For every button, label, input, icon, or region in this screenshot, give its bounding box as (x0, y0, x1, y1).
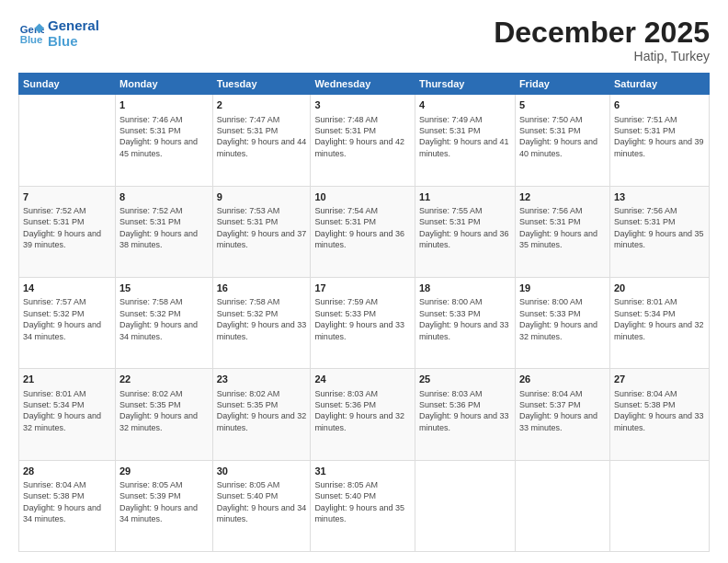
sunset-text: Sunset: 5:31 PM (217, 216, 307, 227)
sunrise-text: Sunrise: 8:05 AM (217, 479, 307, 490)
day-number: 1 (119, 98, 209, 112)
calendar-cell: 8Sunrise: 7:52 AMSunset: 5:31 PMDaylight… (116, 186, 213, 277)
calendar-cell: 1Sunrise: 7:46 AMSunset: 5:31 PMDaylight… (116, 95, 213, 186)
day-number: 21 (23, 373, 111, 386)
day-number: 12 (519, 190, 606, 204)
sunrise-text: Sunrise: 8:04 AM (614, 388, 705, 399)
sunset-text: Sunset: 5:38 PM (23, 490, 111, 501)
sunrise-text: Sunrise: 8:03 AM (419, 388, 511, 399)
calendar-table: SundayMondayTuesdayWednesdayThursdayFrid… (18, 73, 710, 552)
calendar-cell (415, 460, 515, 551)
calendar-cell: 7Sunrise: 7:52 AMSunset: 5:31 PMDaylight… (19, 186, 116, 277)
daylight-text: Daylight: 9 hours and 34 minutes. (119, 502, 209, 525)
daylight-text: Daylight: 9 hours and 32 minutes. (314, 410, 411, 433)
sunset-text: Sunset: 5:33 PM (314, 308, 411, 319)
daylight-text: Daylight: 9 hours and 42 minutes. (314, 136, 411, 159)
calendar-header-row: SundayMondayTuesdayWednesdayThursdayFrid… (19, 74, 710, 95)
day-number: 2 (217, 98, 307, 112)
sunset-text: Sunset: 5:31 PM (119, 216, 209, 227)
day-number: 13 (614, 190, 705, 204)
daylight-text: Daylight: 9 hours and 45 minutes. (119, 136, 209, 159)
day-number: 11 (419, 190, 511, 204)
calendar-title: December 2025 (494, 17, 710, 49)
daylight-text: Daylight: 9 hours and 33 minutes. (614, 410, 705, 433)
sunset-text: Sunset: 5:31 PM (519, 125, 606, 136)
calendar-week-1: 1Sunrise: 7:46 AMSunset: 5:31 PMDaylight… (19, 95, 710, 186)
day-number: 14 (23, 282, 111, 295)
daylight-text: Daylight: 9 hours and 34 minutes. (23, 502, 111, 525)
sunset-text: Sunset: 5:31 PM (519, 216, 606, 227)
sunset-text: Sunset: 5:33 PM (519, 308, 606, 319)
daylight-text: Daylight: 9 hours and 36 minutes. (314, 228, 411, 251)
logo-general: General (48, 18, 99, 34)
daylight-text: Daylight: 9 hours and 39 minutes. (614, 136, 705, 159)
daylight-text: Daylight: 9 hours and 33 minutes. (419, 410, 511, 433)
day-number: 28 (23, 465, 111, 478)
logo-icon: General Blue (18, 20, 44, 46)
calendar-cell: 17Sunrise: 7:59 AMSunset: 5:33 PMDayligh… (311, 277, 415, 368)
calendar-cell: 5Sunrise: 7:50 AMSunset: 5:31 PMDaylight… (515, 95, 609, 186)
calendar-cell: 14Sunrise: 7:57 AMSunset: 5:32 PMDayligh… (19, 277, 116, 368)
calendar-cell: 18Sunrise: 8:00 AMSunset: 5:33 PMDayligh… (415, 277, 515, 368)
daylight-text: Daylight: 9 hours and 32 minutes. (217, 410, 307, 433)
daylight-text: Daylight: 9 hours and 35 minutes. (614, 228, 705, 251)
sunset-text: Sunset: 5:31 PM (419, 216, 511, 227)
sunrise-text: Sunrise: 7:57 AM (23, 296, 111, 307)
day-number: 7 (23, 190, 111, 204)
sunrise-text: Sunrise: 7:58 AM (217, 296, 307, 307)
sunset-text: Sunset: 5:40 PM (314, 490, 411, 501)
sunrise-text: Sunrise: 7:49 AM (419, 114, 511, 125)
daylight-text: Daylight: 9 hours and 32 minutes. (519, 319, 606, 342)
calendar-cell (515, 460, 609, 551)
col-header-tuesday: Tuesday (212, 74, 311, 95)
calendar-cell: 11Sunrise: 7:55 AMSunset: 5:31 PMDayligh… (415, 186, 515, 277)
sunrise-text: Sunrise: 8:05 AM (119, 479, 209, 490)
sunrise-text: Sunrise: 7:47 AM (217, 114, 307, 125)
sunrise-text: Sunrise: 8:02 AM (217, 388, 307, 399)
calendar-cell: 13Sunrise: 7:56 AMSunset: 5:31 PMDayligh… (609, 186, 709, 277)
col-header-sunday: Sunday (19, 74, 116, 95)
sunrise-text: Sunrise: 8:01 AM (23, 388, 111, 399)
daylight-text: Daylight: 9 hours and 32 minutes. (614, 319, 705, 342)
sunrise-text: Sunrise: 7:56 AM (519, 205, 606, 216)
calendar-week-4: 21Sunrise: 8:01 AMSunset: 5:34 PMDayligh… (19, 369, 710, 460)
sunset-text: Sunset: 5:36 PM (314, 399, 411, 410)
sunset-text: Sunset: 5:31 PM (419, 125, 511, 136)
sunrise-text: Sunrise: 7:46 AM (119, 114, 209, 125)
sunrise-text: Sunrise: 7:54 AM (314, 205, 411, 216)
calendar-cell: 27Sunrise: 8:04 AMSunset: 5:38 PMDayligh… (609, 369, 709, 460)
calendar-cell: 21Sunrise: 8:01 AMSunset: 5:34 PMDayligh… (19, 369, 116, 460)
sunset-text: Sunset: 5:32 PM (119, 308, 209, 319)
sunset-text: Sunset: 5:35 PM (217, 399, 307, 410)
calendar-cell: 12Sunrise: 7:56 AMSunset: 5:31 PMDayligh… (515, 186, 609, 277)
daylight-text: Daylight: 9 hours and 33 minutes. (314, 319, 411, 342)
day-number: 30 (217, 465, 307, 478)
day-number: 16 (217, 282, 307, 295)
day-number: 27 (614, 373, 705, 386)
calendar-cell: 20Sunrise: 8:01 AMSunset: 5:34 PMDayligh… (609, 277, 709, 368)
sunset-text: Sunset: 5:32 PM (217, 308, 307, 319)
sunrise-text: Sunrise: 8:01 AM (614, 296, 705, 307)
daylight-text: Daylight: 9 hours and 38 minutes. (119, 228, 209, 251)
sunrise-text: Sunrise: 7:52 AM (23, 205, 111, 216)
sunrise-text: Sunrise: 7:51 AM (614, 114, 705, 125)
sunrise-text: Sunrise: 8:05 AM (314, 479, 411, 490)
col-header-friday: Friday (515, 74, 609, 95)
sunrise-text: Sunrise: 7:48 AM (314, 114, 411, 125)
calendar-cell: 25Sunrise: 8:03 AMSunset: 5:36 PMDayligh… (415, 369, 515, 460)
day-number: 3 (314, 98, 411, 112)
day-number: 4 (419, 98, 511, 112)
day-number: 10 (314, 190, 411, 204)
sunset-text: Sunset: 5:39 PM (119, 490, 209, 501)
day-number: 20 (614, 282, 705, 295)
calendar-cell: 22Sunrise: 8:02 AMSunset: 5:35 PMDayligh… (116, 369, 213, 460)
sunrise-text: Sunrise: 7:52 AM (119, 205, 209, 216)
sunrise-text: Sunrise: 8:03 AM (314, 388, 411, 399)
header: General Blue General Blue December 2025 … (18, 17, 710, 63)
sunset-text: Sunset: 5:38 PM (614, 399, 705, 410)
calendar-week-3: 14Sunrise: 7:57 AMSunset: 5:32 PMDayligh… (19, 277, 710, 368)
day-number: 23 (217, 373, 307, 386)
sunrise-text: Sunrise: 7:53 AM (217, 205, 307, 216)
day-number: 9 (217, 190, 307, 204)
daylight-text: Daylight: 9 hours and 36 minutes. (419, 228, 511, 251)
